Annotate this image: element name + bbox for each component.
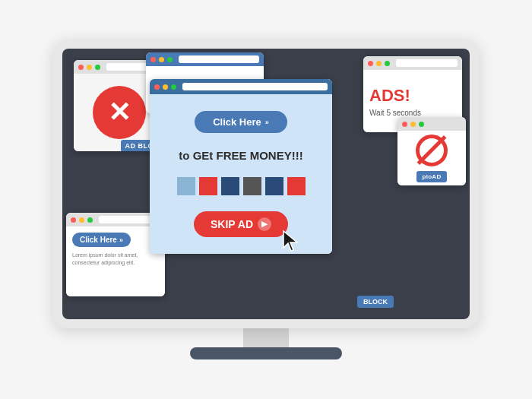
window-content-4: ploAD bbox=[397, 131, 466, 185]
click-here-button-small[interactable]: Click Here » bbox=[72, 233, 131, 247]
play-icon: ▶ bbox=[258, 217, 271, 231]
main-ad-window: Click Here » to GEt FREE MONEY!!! bbox=[150, 79, 332, 254]
ads-text: ADS! bbox=[369, 86, 410, 106]
click-here-label-small: Click Here bbox=[80, 236, 117, 244]
monitor-body: ✕ AD BLOCK FREE ADS bbox=[53, 40, 479, 328]
color-block-2 bbox=[199, 177, 217, 195]
free-money-text: to GEt FREE MONEY!!! bbox=[179, 149, 302, 162]
dot-green-1 bbox=[95, 65, 100, 70]
download-button[interactable]: ploAD bbox=[416, 171, 446, 182]
dot-green-2 bbox=[167, 57, 173, 62]
color-block-4 bbox=[243, 177, 261, 195]
url-bar-2 bbox=[179, 55, 259, 63]
dot-yellow-3 bbox=[376, 61, 382, 66]
dot-green-main bbox=[171, 84, 176, 90]
dot-green-4 bbox=[419, 122, 424, 127]
color-block-3 bbox=[221, 177, 239, 195]
dot-red-1 bbox=[78, 65, 84, 70]
click-here-main-label: Click Here bbox=[213, 116, 261, 128]
dot-red-3 bbox=[368, 61, 373, 66]
chevrons-main-icon: » bbox=[265, 119, 269, 126]
color-block-1 bbox=[177, 177, 195, 195]
monitor-stand bbox=[190, 347, 342, 359]
block-badge[interactable]: BLOCK bbox=[357, 296, 394, 308]
main-window-content: Click Here » to GEt FREE MONEY!!! bbox=[150, 94, 332, 254]
dot-red-main bbox=[154, 84, 160, 90]
download-window: ploAD bbox=[397, 117, 466, 185]
titlebar-4 bbox=[397, 117, 466, 131]
dot-red-4 bbox=[402, 122, 407, 127]
cursor-icon bbox=[280, 230, 302, 254]
skip-ad-button[interactable]: SKIP AD ▶ bbox=[194, 211, 288, 237]
wait-text: Wait 5 seconds bbox=[369, 109, 421, 117]
monitor-screen: ✕ AD BLOCK FREE ADS bbox=[62, 49, 470, 319]
no-symbol-icon bbox=[416, 135, 448, 166]
dot-yellow-5 bbox=[79, 217, 84, 223]
url-bar-3 bbox=[396, 59, 458, 67]
x-icon: ✕ bbox=[93, 86, 146, 139]
dot-green-5 bbox=[87, 217, 93, 223]
titlebar-2 bbox=[146, 52, 264, 66]
dot-red-5 bbox=[71, 217, 76, 223]
dot-green-3 bbox=[385, 61, 390, 66]
click-here-main-button[interactable]: Click Here » bbox=[195, 111, 287, 133]
color-block-6 bbox=[287, 177, 306, 195]
dot-yellow-2 bbox=[159, 57, 164, 62]
dot-red-2 bbox=[150, 57, 156, 62]
chevrons-icon: » bbox=[119, 236, 123, 244]
url-bar-main bbox=[182, 83, 328, 90]
color-block-5 bbox=[265, 177, 283, 195]
dot-yellow-4 bbox=[410, 122, 416, 127]
lorem-text: Lorem ipsum dolor sit amet, consectetur … bbox=[72, 252, 159, 267]
dot-yellow-1 bbox=[87, 65, 92, 70]
color-blocks bbox=[177, 177, 306, 195]
monitor-neck bbox=[243, 328, 289, 347]
monitor-illustration: ✕ AD BLOCK FREE ADS bbox=[53, 40, 479, 359]
skip-ad-label: SKIP AD bbox=[211, 218, 253, 230]
titlebar-3 bbox=[363, 56, 462, 70]
dot-yellow-main bbox=[163, 84, 168, 90]
titlebar-main bbox=[150, 79, 332, 94]
